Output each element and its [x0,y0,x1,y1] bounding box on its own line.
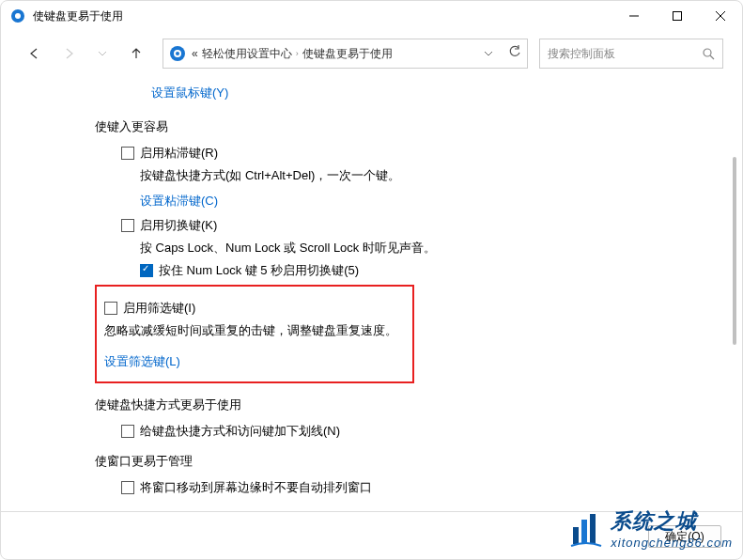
search-input[interactable]: 搜索控制面板 [539,39,723,69]
sticky-keys-desc: 按键盘快捷方式(如 Ctrl+Alt+Del)，一次一个键。 [140,167,686,184]
scrollbar[interactable] [733,157,736,345]
filter-keys-label: 启用筛选键(I) [123,300,195,317]
breadcrumb-prefix: « [192,47,198,60]
footer: 确定(O) [1,511,742,548]
sticky-keys-checkbox[interactable] [121,147,134,160]
sticky-keys-label: 启用粘滞键(R) [140,145,218,162]
search-placeholder: 搜索控制面板 [548,46,615,62]
back-button[interactable] [20,39,50,69]
recent-button[interactable] [87,39,117,69]
section-windows-title: 使窗口更易于管理 [95,453,686,470]
window-controls [612,1,742,31]
titlebar: 使键盘更易于使用 [1,1,742,31]
svg-point-8 [176,52,179,55]
minimize-button[interactable] [612,1,656,31]
breadcrumb-item-1[interactable]: 轻松使用设置中心 [202,46,292,62]
filter-keys-link[interactable]: 设置筛选键(L) [104,354,180,368]
close-button[interactable] [699,1,742,31]
svg-point-9 [704,49,711,56]
location-icon [169,45,186,62]
window-title: 使键盘更易于使用 [33,8,612,24]
svg-line-10 [710,55,714,59]
maximize-button[interactable] [656,1,699,31]
toggle-keys-checkbox[interactable] [121,219,134,232]
svg-rect-3 [673,12,682,21]
content-area: 设置鼠标键(Y) 使键入更容易 启用粘滞键(R) 按键盘快捷方式(如 Ctrl+… [1,76,742,508]
numlock-5sec-checkbox[interactable] [140,264,153,277]
filter-keys-desc: 忽略或减缓短时间或重复的击键，调整键盘重复速度。 [104,322,405,339]
toolbar: « 轻松使用设置中心 › 使键盘更易于使用 搜索控制面板 [1,31,742,76]
highlighted-section: 启用筛选键(I) 忽略或减缓短时间或重复的击键，调整键盘重复速度。 设置筛选键(… [95,285,414,383]
filter-keys-checkbox[interactable] [104,302,117,315]
svg-point-1 [15,13,21,19]
refresh-icon[interactable] [508,45,521,62]
app-icon [10,8,25,23]
underline-shortcuts-label: 给键盘快捷方式和访问键加下划线(N) [140,423,340,440]
search-icon [703,48,715,60]
section-typing-title: 使键入更容易 [95,118,686,135]
sticky-keys-link[interactable]: 设置粘滞键(C) [140,194,218,208]
breadcrumb-separator: › [296,49,299,58]
address-bar[interactable]: « 轻松使用设置中心 › 使键盘更易于使用 [163,39,528,69]
address-dropdown-icon[interactable] [484,45,493,62]
window-arrange-label: 将窗口移动到屏幕边缘时不要自动排列窗口 [140,479,372,496]
numlock-5sec-label: 按住 Num Lock 键 5 秒启用切换键(5) [159,262,359,279]
toggle-keys-label: 启用切换键(K) [140,217,217,234]
window-arrange-checkbox[interactable] [121,481,134,494]
breadcrumb-item-2[interactable]: 使键盘更易于使用 [302,46,393,62]
toggle-keys-desc: 按 Caps Lock、Num Lock 或 Scroll Lock 时听见声音… [140,240,686,257]
underline-shortcuts-checkbox[interactable] [121,425,134,438]
mouse-keys-link[interactable]: 设置鼠标键(Y) [151,86,228,100]
forward-button[interactable] [54,39,84,69]
up-button[interactable] [121,39,151,69]
ok-button[interactable]: 确定(O) [648,525,721,548]
section-shortcuts-title: 使键盘快捷方式更易于使用 [95,397,686,413]
